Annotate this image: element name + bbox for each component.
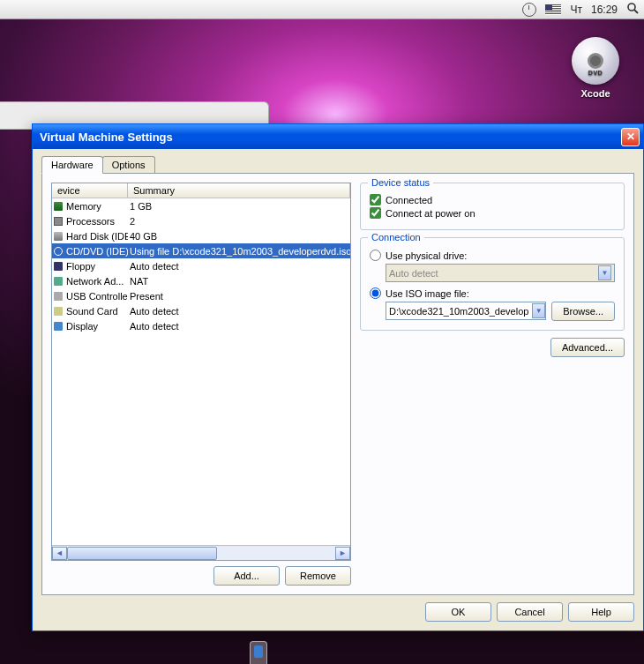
- device-summary: 40 GB: [128, 231, 350, 242]
- iso-path-combo[interactable]: D:\xcode321_10m2003_develop ▼: [386, 302, 546, 320]
- vm-settings-dialog: Virtual Machine Settings ✕ Hardware Opti…: [32, 123, 644, 631]
- device-summary: Auto detect: [128, 261, 350, 272]
- use-physical-label: Use physical drive:: [386, 250, 467, 261]
- input-flag-us-icon[interactable]: [545, 4, 561, 15]
- device-name: Memory: [64, 201, 128, 212]
- device-icon: [54, 277, 63, 286]
- device-summary: NAT: [128, 276, 350, 287]
- dialog-title: Virtual Machine Settings: [40, 131, 621, 144]
- physical-drive-combo: Auto detect ▼: [386, 264, 615, 282]
- close-button[interactable]: ✕: [621, 128, 640, 146]
- use-iso-radio-row[interactable]: Use ISO image file:: [370, 287, 615, 299]
- dock-fragment[interactable]: [250, 641, 267, 664]
- device-icon: [54, 262, 63, 271]
- browse-button[interactable]: Browse...: [551, 302, 615, 321]
- titlebar[interactable]: Virtual Machine Settings ✕: [33, 124, 643, 149]
- table-row[interactable]: Hard Disk (IDE)40 GB: [52, 228, 350, 243]
- table-row[interactable]: Sound CardAuto detect: [52, 303, 350, 318]
- use-physical-radio-row[interactable]: Use physical drive:: [370, 250, 615, 261]
- menubar-day: Чт: [570, 4, 582, 16]
- connection-legend: Connection: [368, 232, 424, 242]
- scroll-right-button[interactable]: ►: [335, 547, 350, 560]
- device-name: Processors: [64, 216, 128, 227]
- svg-point-0: [628, 4, 635, 11]
- remove-button[interactable]: Remove: [285, 566, 351, 586]
- table-row[interactable]: DisplayAuto detect: [52, 318, 350, 333]
- device-icon: [54, 202, 63, 211]
- menubar-time: 16:29: [591, 4, 618, 16]
- device-status-legend: Device status: [368, 177, 433, 188]
- table-row[interactable]: Memory1 GB: [52, 198, 350, 213]
- connected-label: Connected: [386, 195, 432, 205]
- table-row[interactable]: USB ControllerPresent: [52, 288, 350, 303]
- desktop-icon-label: Xcode: [565, 88, 626, 99]
- physical-drive-value: Auto detect: [389, 268, 438, 279]
- time-machine-icon[interactable]: [522, 3, 536, 17]
- table-row[interactable]: Processors2: [52, 213, 350, 228]
- tab-options[interactable]: Options: [102, 156, 155, 173]
- menubar: Чт 16:29: [0, 0, 644, 19]
- device-summary: Auto detect: [128, 321, 350, 332]
- col-device[interactable]: evice: [52, 183, 128, 198]
- device-icon: [54, 292, 63, 301]
- dvd-icon: DVD: [572, 37, 619, 85]
- device-icon: [54, 322, 63, 331]
- device-summary: Present: [128, 291, 350, 302]
- device-table: evice Summary Memory1 GBProcessors2Hard …: [51, 183, 351, 561]
- table-row[interactable]: FloppyAuto detect: [52, 258, 350, 273]
- connection-group: Connection Use physical drive: Auto dete…: [360, 237, 625, 331]
- tab-hardware[interactable]: Hardware: [41, 156, 103, 174]
- table-row[interactable]: CD/DVD (IDE)Using file D:\xcode321_10m20…: [52, 243, 350, 258]
- device-icon: [54, 217, 63, 226]
- help-button[interactable]: Help: [568, 602, 634, 622]
- cancel-button[interactable]: Cancel: [497, 602, 563, 622]
- tabs: Hardware Options: [41, 156, 634, 173]
- chevron-down-icon[interactable]: ▼: [532, 303, 545, 318]
- device-status-group: Device status Connected Connect at power…: [360, 183, 625, 230]
- device-name: CD/DVD (IDE): [64, 246, 128, 257]
- use-iso-label: Use ISO image file:: [386, 288, 469, 299]
- device-name: Network Ad...: [64, 276, 128, 287]
- connect-poweron-checkbox-row[interactable]: Connect at power on: [370, 207, 615, 219]
- device-name: Floppy: [64, 261, 128, 272]
- device-name: Hard Disk (IDE): [64, 231, 128, 242]
- iso-path-value: D:\xcode321_10m2003_develop: [386, 306, 528, 317]
- svg-line-1: [634, 10, 638, 13]
- advanced-button[interactable]: Advanced...: [550, 338, 625, 357]
- spotlight-icon[interactable]: [626, 2, 639, 17]
- device-summary: 1 GB: [128, 201, 350, 212]
- device-summary: Auto detect: [128, 306, 350, 317]
- use-iso-radio[interactable]: [370, 287, 381, 299]
- add-button[interactable]: Add...: [213, 566, 280, 586]
- desktop-icon-xcode[interactable]: DVD Xcode: [565, 37, 626, 99]
- device-name: Sound Card: [64, 306, 128, 317]
- col-summary[interactable]: Summary: [128, 183, 350, 198]
- scroll-thumb[interactable]: [67, 547, 217, 560]
- use-physical-radio[interactable]: [370, 250, 381, 261]
- connected-checkbox-row[interactable]: Connected: [370, 194, 615, 205]
- device-name: Display: [64, 321, 128, 332]
- device-name: USB Controller: [64, 291, 128, 302]
- connected-checkbox[interactable]: [370, 194, 381, 205]
- chevron-down-icon: ▼: [598, 265, 611, 280]
- device-summary: 2: [128, 216, 350, 227]
- table-row[interactable]: Network Ad...NAT: [52, 273, 350, 288]
- ok-button[interactable]: OK: [425, 602, 491, 622]
- connect-poweron-checkbox[interactable]: [370, 207, 381, 219]
- dvd-disc-text: DVD: [572, 70, 619, 76]
- device-icon: [54, 307, 63, 316]
- connect-poweron-label: Connect at power on: [386, 208, 476, 219]
- device-icon: [54, 232, 63, 241]
- table-header: evice Summary: [52, 183, 350, 198]
- device-icon: [54, 247, 63, 256]
- device-summary: Using file D:\xcode321_10m2003_developer…: [128, 246, 350, 257]
- scroll-left-button[interactable]: ◄: [52, 547, 67, 560]
- horizontal-scrollbar[interactable]: ◄ ►: [52, 545, 350, 560]
